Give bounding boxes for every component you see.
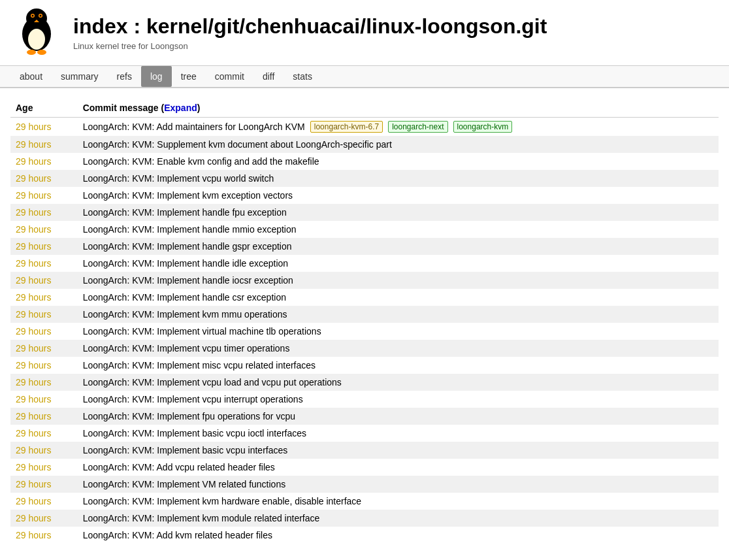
col-age: Age [10, 99, 78, 118]
commit-message-cell: LoongArch: KVM: Implement basic vcpu int… [78, 442, 719, 459]
table-row: 29 hoursLoongArch: KVM: Supplement kvm d… [10, 136, 719, 153]
commit-message-cell: LoongArch: KVM: Implement fpu operations… [78, 408, 719, 425]
commit-message-cell: LoongArch: KVM: Add maintainers for Loon… [78, 118, 719, 137]
commit-message-cell: LoongArch: KVM: Implement vcpu world swi… [78, 170, 719, 187]
commit-message-cell: LoongArch: KVM: Implement handle iocsr e… [78, 272, 719, 289]
commit-message-cell: LoongArch: KVM: Implement handle fpu exc… [78, 204, 719, 221]
commit-tag[interactable]: loongarch-kvm [453, 121, 513, 133]
commit-tag[interactable]: loongarch-kvm-6.7 [310, 121, 383, 133]
commit-msg-text: LoongArch: KVM: Implement handle fpu exc… [83, 207, 287, 218]
main-nav: aboutsummaryrefslogtreecommitdiffstats [0, 66, 729, 88]
table-row: 29 hoursLoongArch: KVM: Enable kvm confi… [10, 153, 719, 170]
commit-age: 29 hours [10, 340, 78, 357]
table-row: 29 hoursLoongArch: KVM: Add maintainers … [10, 118, 719, 137]
page-header: index : kernel/git/chenhuacai/linux-loon… [0, 0, 729, 66]
commit-msg-text: LoongArch: KVM: Implement virtual machin… [83, 326, 321, 337]
commit-message-cell: LoongArch: KVM: Implement kvm hardware e… [78, 493, 719, 510]
commit-message-cell: LoongArch: KVM: Enable kvm config and ad… [78, 153, 719, 170]
commit-msg-text: LoongArch: KVM: Implement misc vcpu rela… [83, 360, 316, 371]
commit-message-cell: LoongArch: KVM: Implement handle gspr ex… [78, 238, 719, 255]
git-logo [10, 7, 63, 59]
commit-msg-text: LoongArch: KVM: Implement kvm mmu operat… [83, 309, 287, 320]
commit-age: 29 hours [10, 442, 78, 459]
table-row: 29 hoursLoongArch: KVM: Implement handle… [10, 289, 719, 306]
commit-msg-text: LoongArch: KVM: Implement handle gspr ex… [83, 241, 292, 252]
commit-msg-text: LoongArch: KVM: Implement vcpu timer ope… [83, 343, 290, 354]
table-row: 29 hoursLoongArch: KVM: Implement vcpu w… [10, 170, 719, 187]
commit-msg-text: LoongArch: KVM: Implement handle idle ex… [83, 258, 288, 269]
commit-msg-text: LoongArch: KVM: Implement vcpu load and … [83, 377, 342, 387]
commit-age: 29 hours [10, 374, 78, 391]
commit-message-cell: LoongArch: KVM: Supplement kvm document … [78, 136, 719, 153]
commit-tag[interactable]: loongarch-next [388, 121, 447, 133]
table-row: 29 hoursLoongArch: KVM: Implement handle… [10, 272, 719, 289]
nav-item-diff[interactable]: diff [253, 66, 284, 87]
page-title: index : kernel/git/chenhuacai/linux-loon… [73, 14, 547, 39]
table-row: 29 hoursLoongArch: KVM: Implement fpu op… [10, 408, 719, 425]
table-row: 29 hoursLoongArch: KVM: Implement handle… [10, 255, 719, 272]
commit-msg-text: LoongArch: KVM: Enable kvm config and ad… [83, 156, 319, 167]
table-row: 29 hoursLoongArch: KVM: Implement basic … [10, 425, 719, 442]
svg-point-5 [32, 15, 34, 17]
commit-age: 29 hours [10, 272, 78, 289]
commit-age: 29 hours [10, 289, 78, 306]
commit-msg-text: LoongArch: KVM: Implement kvm hardware e… [83, 496, 361, 506]
commit-age: 29 hours [10, 527, 78, 544]
header-text: index : kernel/git/chenhuacai/linux-loon… [73, 14, 547, 51]
commit-msg-text: LoongArch: KVM: Implement handle iocsr e… [83, 275, 293, 286]
commit-msg-text: LoongArch: KVM: Implement handle mmio ex… [83, 224, 297, 235]
nav-item-commit[interactable]: commit [206, 66, 253, 87]
commit-age: 29 hours [10, 153, 78, 170]
table-row: 29 hoursLoongArch: KVM: Implement kvm mm… [10, 306, 719, 323]
commit-message-cell: LoongArch: KVM: Implement misc vcpu rela… [78, 357, 719, 374]
commit-age: 29 hours [10, 459, 78, 476]
commit-msg-text: LoongArch: KVM: Implement basic vcpu int… [83, 445, 288, 455]
svg-point-6 [40, 15, 42, 17]
commit-msg-text: LoongArch: KVM: Implement vcpu world swi… [83, 173, 274, 184]
commits-table: Age Commit message (Expand) 29 hoursLoon… [10, 99, 719, 544]
expand-link[interactable]: Expand [164, 103, 197, 113]
table-row: 29 hoursLoongArch: KVM: Implement handle… [10, 221, 719, 238]
nav-item-refs[interactable]: refs [108, 66, 141, 87]
nav-item-log[interactable]: log [141, 66, 172, 87]
commit-age: 29 hours [10, 510, 78, 527]
commit-age: 29 hours [10, 493, 78, 510]
commit-message-cell: LoongArch: KVM: Implement handle csr exc… [78, 289, 719, 306]
svg-point-8 [27, 50, 36, 55]
commit-msg-text: LoongArch: KVM: Add maintainers for Loon… [83, 122, 305, 132]
table-row: 29 hoursLoongArch: KVM: Implement basic … [10, 442, 719, 459]
nav-item-summary[interactable]: summary [52, 66, 108, 87]
commit-message-cell: LoongArch: KVM: Implement kvm exception … [78, 187, 719, 204]
commit-msg-text: LoongArch: KVM: Add kvm related header f… [83, 530, 272, 540]
commit-msg-text: LoongArch: KVM: Implement kvm module rel… [83, 513, 320, 523]
table-row: 29 hoursLoongArch: KVM: Add vcpu related… [10, 459, 719, 476]
table-row: 29 hoursLoongArch: KVM: Implement misc v… [10, 357, 719, 374]
table-row: 29 hoursLoongArch: KVM: Implement virtua… [10, 323, 719, 340]
svg-point-2 [26, 8, 47, 28]
commit-msg-text: LoongArch: KVM: Supplement kvm document … [83, 139, 392, 150]
table-row: 29 hoursLoongArch: KVM: Implement handle… [10, 238, 719, 255]
commit-message-cell: LoongArch: KVM: Implement vcpu timer ope… [78, 340, 719, 357]
commit-msg-text: LoongArch: KVM: Implement VM related fun… [83, 479, 285, 489]
nav-item-about[interactable]: about [10, 66, 52, 87]
commit-message-cell: LoongArch: KVM: Implement vcpu load and … [78, 374, 719, 391]
commit-age: 29 hours [10, 238, 78, 255]
commit-age: 29 hours [10, 306, 78, 323]
commit-msg-text: LoongArch: KVM: Implement fpu operations… [83, 411, 295, 421]
commit-msg-text: LoongArch: KVM: Add vcpu related header … [83, 462, 275, 472]
commit-message-cell: LoongArch: KVM: Implement basic vcpu ioc… [78, 425, 719, 442]
commit-message-cell: LoongArch: KVM: Implement vcpu interrupt… [78, 391, 719, 408]
commit-age: 29 hours [10, 391, 78, 408]
nav-item-stats[interactable]: stats [284, 66, 321, 87]
commit-age: 29 hours [10, 221, 78, 238]
table-row: 29 hoursLoongArch: KVM: Implement handle… [10, 204, 719, 221]
commit-age: 29 hours [10, 118, 78, 137]
commit-message-cell: LoongArch: KVM: Implement kvm mmu operat… [78, 306, 719, 323]
commit-msg-text: LoongArch: KVM: Implement kvm exception … [83, 190, 293, 201]
commit-age: 29 hours [10, 136, 78, 153]
table-row: 29 hoursLoongArch: KVM: Implement vcpu i… [10, 391, 719, 408]
commit-age: 29 hours [10, 425, 78, 442]
nav-item-tree[interactable]: tree [172, 66, 206, 87]
commit-age: 29 hours [10, 323, 78, 340]
commit-message-cell: LoongArch: KVM: Implement virtual machin… [78, 323, 719, 340]
